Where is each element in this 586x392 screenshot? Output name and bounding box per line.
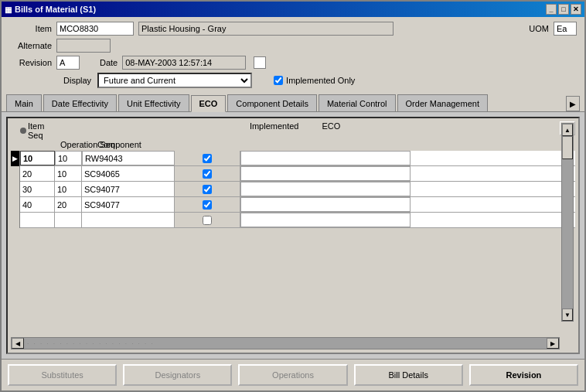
implemented-only-row: Implemented Only [274, 76, 355, 85]
item-code-input[interactable] [56, 22, 134, 36]
cell-impl-4[interactable] [175, 197, 240, 212]
tab-date-effectivity[interactable]: Date Effectivity [43, 94, 117, 111]
cell-eco-4[interactable] [240, 197, 411, 212]
bill-details-button[interactable]: Bill Details [354, 364, 463, 386]
cell-item-seq-4[interactable]: 40 [20, 197, 55, 212]
row-indicator-5 [11, 213, 20, 228]
table-row: 30 10 SC94077 [11, 182, 575, 197]
date-checkbox[interactable] [254, 56, 266, 69]
cell-component-2[interactable]: SC94065 [82, 166, 175, 181]
main-window: ▦ Bills of Material (S1) _ □ ✕ Item UOM … [0, 0, 586, 392]
cell-eco-3[interactable] [240, 182, 411, 196]
cell-item-seq-3[interactable]: 30 [20, 182, 55, 196]
grid-container: ▶ 10 10 RW94043 20 10 SC940 [11, 151, 575, 349]
cell-op-seq-5[interactable] [55, 213, 82, 227]
close-button[interactable]: ✕ [571, 4, 581, 15]
implemented-only-checkbox[interactable] [274, 76, 283, 85]
col-component-label: Component [97, 140, 141, 149]
table-row: ▶ 10 10 RW94043 [11, 151, 575, 166]
cell-impl-2[interactable] [175, 166, 240, 181]
col-eco-label: ECO [322, 121, 340, 131]
uom-input[interactable] [554, 22, 577, 36]
display-row: Display Future and Current Current Futur… [9, 73, 577, 88]
horizontal-scrollbar[interactable]: ◀ · · · · · · · · · · · · · · · · · · · … [11, 337, 560, 349]
designators-button[interactable]: Designators [123, 364, 232, 386]
inner-panel: Item Seq Operation Seq Component Impleme… [6, 117, 580, 354]
scroll-track-v [562, 136, 573, 308]
uom-label: UOM [529, 24, 549, 33]
cell-item-seq-1[interactable]: 10 [20, 151, 55, 165]
substitutes-button[interactable]: Substitutes [8, 364, 117, 386]
cell-op-seq-2[interactable]: 10 [55, 166, 82, 181]
tab-component-details[interactable]: Component Details [227, 94, 317, 111]
tab-eco[interactable]: ECO [191, 95, 227, 112]
row-indicator-2 [11, 166, 20, 182]
impl-checkbox-1[interactable] [203, 154, 212, 163]
date-input[interactable] [122, 56, 246, 70]
cell-component-1[interactable]: RW94043 [82, 151, 175, 165]
scroll-down-button[interactable]: ▼ [562, 308, 573, 321]
table-row [11, 213, 575, 228]
cell-eco-5[interactable] [240, 213, 411, 227]
maximize-button[interactable]: □ [558, 4, 569, 15]
cell-item-seq-2[interactable]: 20 [20, 166, 55, 181]
alternate-input[interactable] [56, 39, 111, 53]
scroll-dots: · · · · · · · · · · · · · · · · · · · · [24, 339, 158, 349]
cell-op-seq-1[interactable]: 10 [55, 151, 82, 165]
row-indicator-4 [11, 197, 20, 213]
minimize-button[interactable]: _ [546, 4, 557, 15]
col-item-seq-label: Item Seq [28, 121, 61, 140]
scroll-up-button[interactable]: ▲ [562, 124, 573, 136]
cell-op-seq-3[interactable]: 10 [55, 182, 82, 196]
cell-impl-1[interactable] [175, 151, 240, 165]
scroll-track-h: · · · · · · · · · · · · · · · · · · · · [24, 338, 547, 349]
impl-checkbox-5[interactable] [203, 216, 212, 225]
alternate-row: Alternate [9, 39, 577, 53]
table-row: 20 10 SC94065 [11, 166, 575, 182]
item-label: Item [9, 24, 52, 33]
operations-button[interactable]: Operations [238, 364, 347, 386]
revision-button[interactable]: Revision [469, 364, 578, 386]
cell-impl-3[interactable] [175, 182, 240, 196]
cell-component-4[interactable]: SC94077 [82, 197, 175, 212]
column-headers: Item Seq Operation Seq Component Impleme… [11, 121, 575, 149]
revision-input[interactable] [56, 56, 80, 70]
row-indicator-3 [11, 182, 20, 197]
bottom-buttons: Substitutes Designators Operations Bill … [2, 359, 584, 390]
item-row: Item UOM [9, 22, 577, 36]
scroll-thumb[interactable] [562, 136, 573, 159]
cell-op-seq-4[interactable]: 20 [55, 197, 82, 212]
impl-checkbox-2[interactable] [203, 169, 212, 179]
table-row: 40 20 SC94077 [11, 197, 575, 213]
tab-order-management[interactable]: Order Management [397, 94, 488, 111]
scroll-right-button[interactable]: ▶ [547, 338, 559, 349]
title-bar-left: ▦ Bills of Material (S1) [5, 5, 96, 14]
display-label: Display [63, 76, 91, 85]
content-area: Item Seq Operation Seq Component Impleme… [2, 112, 584, 359]
tab-main[interactable]: Main [6, 94, 42, 111]
cell-component-5[interactable] [82, 213, 175, 227]
cell-eco-2[interactable] [240, 166, 411, 181]
display-select[interactable]: Future and Current Current Future [97, 73, 252, 88]
implemented-only-label: Implemented Only [286, 76, 355, 85]
scroll-left-button[interactable]: ◀ [12, 338, 24, 349]
tab-scroll-right[interactable]: ▶ [566, 96, 580, 111]
col-implemented-label: Implemented [250, 121, 299, 131]
impl-checkbox-4[interactable] [203, 200, 212, 210]
row-indicator-1: ▶ [11, 151, 20, 166]
cell-item-seq-5[interactable] [20, 213, 55, 227]
tab-material-control[interactable]: Material Control [319, 94, 396, 111]
vertical-scrollbar[interactable]: ▲ ▼ [561, 123, 574, 322]
title-bar: ▦ Bills of Material (S1) _ □ ✕ [2, 2, 584, 17]
form-area: Item UOM Alternate Revision Date Display… [2, 17, 584, 94]
cell-eco-1[interactable] [240, 151, 411, 165]
cell-component-3[interactable]: SC94077 [82, 182, 175, 196]
grid-rows: ▶ 10 10 RW94043 20 10 SC940 [11, 151, 575, 334]
revision-date-row: Revision Date [9, 56, 577, 70]
cell-impl-5[interactable] [175, 213, 240, 227]
item-desc-input [138, 22, 394, 36]
tab-unit-effectivity[interactable]: Unit Effectivity [118, 94, 189, 111]
impl-checkbox-3[interactable] [203, 185, 212, 194]
panel-dot [20, 128, 26, 134]
window-title: Bills of Material (S1) [15, 5, 96, 14]
